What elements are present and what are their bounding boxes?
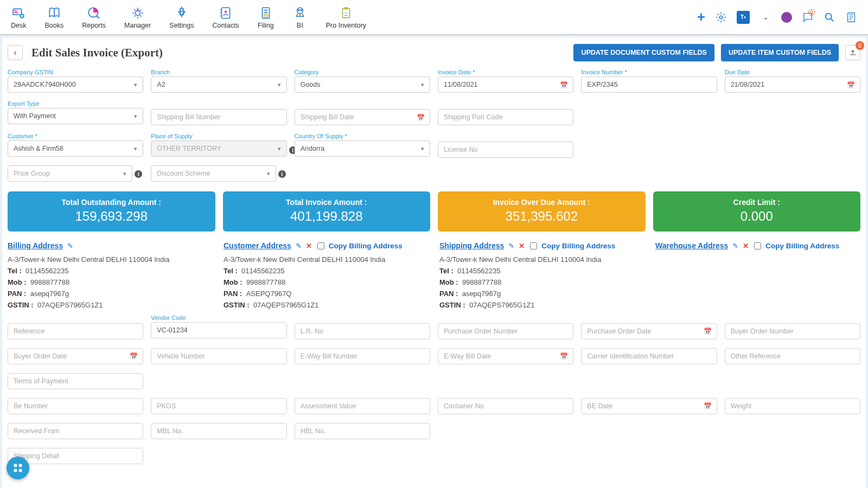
update-doc-cf-button[interactable]: UPDATE DOCUMENT CUSTOM FIELDS xyxy=(573,44,714,61)
vehicle-no-field[interactable] xyxy=(151,348,286,364)
eway-date-field[interactable]: 📅 xyxy=(438,348,573,364)
notification-icon[interactable]: 0 xyxy=(802,11,814,23)
field-input[interactable] xyxy=(151,109,286,125)
shipping-detail-field[interactable] xyxy=(8,448,143,464)
due-date-field[interactable]: Due Date 📅 xyxy=(725,69,860,93)
nav-pro-inventory[interactable]: Pro Inventory xyxy=(326,5,366,29)
calendar-icon[interactable]: 📅 xyxy=(704,402,712,410)
po-date-field[interactable]: 📅 xyxy=(581,323,717,339)
field-placeholder: Discount Scheme xyxy=(157,170,210,177)
buyer-order-date-field[interactable]: 📅 xyxy=(8,348,143,364)
calendar-icon[interactable]: 📅 xyxy=(417,114,425,121)
be-date-field[interactable]: 📅 xyxy=(581,398,717,414)
field-input[interactable] xyxy=(438,76,573,93)
reference-field[interactable] xyxy=(8,323,143,339)
tally-icon[interactable]: Tx xyxy=(737,11,750,24)
invoice-date-field[interactable]: Invoice Date * 📅 xyxy=(438,69,573,93)
app-launcher-button[interactable] xyxy=(7,457,29,479)
be-no-field[interactable] xyxy=(8,398,143,414)
weight-field[interactable] xyxy=(725,398,860,414)
delete-icon[interactable]: ✕ xyxy=(743,242,749,250)
addr-pan: ASEPQ7967Q xyxy=(246,290,292,298)
delete-icon[interactable]: ✕ xyxy=(519,242,525,250)
license-no-field[interactable] xyxy=(438,133,573,158)
edit-icon[interactable]: ✎ xyxy=(508,242,514,250)
calendar-icon[interactable]: 📅 xyxy=(847,81,855,89)
pkgs-field[interactable] xyxy=(151,398,286,414)
discount-scheme-field[interactable]: Discount Scheme i xyxy=(151,165,276,182)
received-from-field[interactable] xyxy=(8,423,143,439)
chevron-down-icon[interactable]: ⌄ xyxy=(760,11,771,23)
nav-reports[interactable]: Reports xyxy=(82,5,106,29)
field-input[interactable] xyxy=(151,322,286,338)
field-input[interactable] xyxy=(438,109,573,125)
vendor-code-field[interactable]: Vendor Code xyxy=(151,314,286,339)
country-of-supply-field[interactable]: Country Of Supply * Andorra xyxy=(295,133,430,158)
field-input[interactable] xyxy=(725,76,860,93)
update-item-cf-button[interactable]: UPDATE ITEM CUSTOM FIELDS xyxy=(721,44,839,61)
addr-tel: 01145562235 xyxy=(457,267,501,275)
back-button[interactable]: ‹ xyxy=(8,45,23,60)
mbl-field[interactable] xyxy=(151,423,286,439)
assessment-field[interactable] xyxy=(295,398,430,414)
warehouse-address-title[interactable]: Warehouse Address xyxy=(655,241,728,250)
calendar-icon[interactable]: 📅 xyxy=(560,352,568,360)
edit-icon[interactable]: ✎ xyxy=(732,242,738,250)
nav-settings[interactable]: Settings xyxy=(169,5,194,29)
nav-manager[interactable]: Manager xyxy=(124,5,151,29)
edit-icon[interactable]: ✎ xyxy=(67,242,73,250)
billing-address-title[interactable]: Billing Address xyxy=(8,241,63,250)
terms-field[interactable] xyxy=(8,373,143,389)
shipping-bill-date-field[interactable]: 📅 xyxy=(295,100,430,125)
settings-icon xyxy=(174,5,189,21)
field-label: Invoice Date * xyxy=(438,69,573,75)
info-icon[interactable]: i xyxy=(135,170,142,178)
filing-icon xyxy=(258,5,273,21)
field-input[interactable] xyxy=(438,142,573,158)
upload-button[interactable]: 0 xyxy=(845,45,860,60)
add-icon[interactable]: + xyxy=(697,9,705,25)
field-label: Branch xyxy=(151,69,286,75)
field-input[interactable] xyxy=(295,109,430,125)
bi-icon xyxy=(292,5,308,21)
carrier-id-field[interactable] xyxy=(581,348,717,364)
nav-desk[interactable]: Desk xyxy=(11,5,26,29)
price-group-field[interactable]: Price Group i xyxy=(8,165,132,182)
nav-contacts[interactable]: Contacts xyxy=(213,5,239,29)
purple-badge-icon[interactable] xyxy=(781,12,792,23)
nav-filing[interactable]: Filing xyxy=(258,5,274,29)
doc-icon[interactable] xyxy=(845,11,857,23)
shipping-address-title[interactable]: Shipping Address xyxy=(439,241,504,250)
place-of-supply-field[interactable]: Place of Supply OTHER TERRITORY i xyxy=(151,133,286,158)
invoice-number-field[interactable]: Invoice Number * xyxy=(581,69,717,93)
search-icon[interactable] xyxy=(824,11,835,23)
company-gstin-field[interactable]: Company GSTIN 29AADCK7940H000 xyxy=(8,69,143,93)
container-field[interactable] xyxy=(438,398,573,414)
customer-address-title[interactable]: Customer Address xyxy=(224,241,291,250)
field-input[interactable] xyxy=(581,76,717,93)
hbl-field[interactable] xyxy=(295,423,430,439)
other-ref-field[interactable] xyxy=(725,348,860,364)
calendar-icon[interactable]: 📅 xyxy=(704,328,712,335)
shipping-port-field[interactable] xyxy=(438,100,573,125)
info-icon[interactable]: i xyxy=(278,170,286,178)
category-field[interactable]: Category Goods xyxy=(295,69,430,93)
nav-bi[interactable]: BI xyxy=(292,5,308,29)
po-no-field[interactable] xyxy=(438,323,573,339)
lr-no-field[interactable] xyxy=(295,323,430,339)
export-type-field[interactable]: Export Type With Payment xyxy=(8,100,143,125)
eway-no-field[interactable] xyxy=(295,348,430,364)
edit-icon[interactable]: ✎ xyxy=(296,242,302,250)
shipping-bill-no-field[interactable] xyxy=(151,100,286,125)
gear-icon[interactable] xyxy=(715,11,727,23)
copy-billing-checkbox[interactable] xyxy=(754,242,761,249)
calendar-icon[interactable]: 📅 xyxy=(130,352,138,360)
customer-field[interactable]: Customer * Ashish & Firm58 xyxy=(8,133,143,158)
nav-books[interactable]: Books xyxy=(44,5,63,29)
buyer-order-no-field[interactable] xyxy=(725,323,860,339)
branch-field[interactable]: Branch A2 xyxy=(151,69,286,93)
copy-billing-checkbox[interactable] xyxy=(317,242,324,249)
calendar-icon[interactable]: 📅 xyxy=(560,81,568,89)
copy-billing-checkbox[interactable] xyxy=(530,242,537,249)
delete-icon[interactable]: ✕ xyxy=(306,242,312,250)
